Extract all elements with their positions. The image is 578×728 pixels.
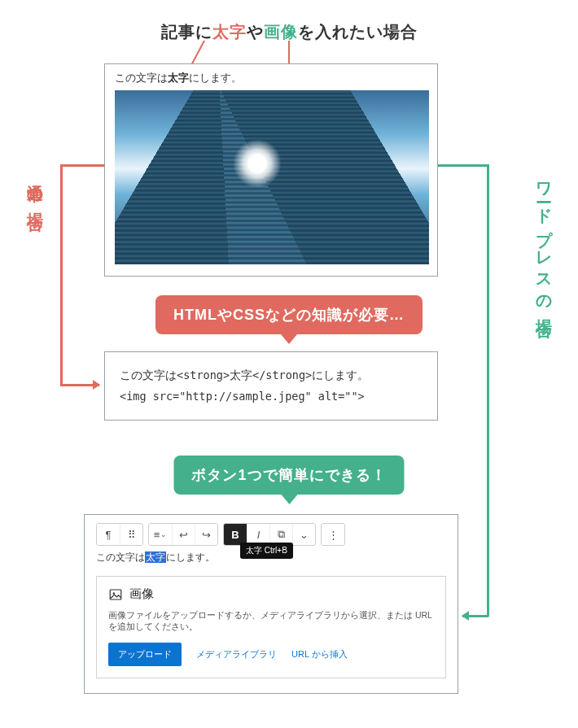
raw-html-panel: この文字は<strong>太字</strong>にします。 <img src="…: [104, 351, 438, 421]
left-route-top-h: [60, 164, 104, 167]
preview-image: [115, 90, 429, 264]
undo-indent-button[interactable]: ↩: [172, 524, 195, 545]
wp-text-before: この文字は: [96, 551, 145, 563]
align-icon: ≡: [154, 529, 160, 541]
wp-text-after: にします。: [166, 551, 215, 563]
callout-html-css: HTMLやCSSなどの知識が必要…: [155, 295, 423, 334]
wp-image-block: 画像 画像ファイルをアップロードするか、メディアライブラリから選択、または UR…: [96, 576, 446, 678]
redo-indent-icon: ↪: [202, 529, 211, 541]
title-tail: を入れたい場合: [298, 23, 418, 41]
right-route-bottom-h: [462, 615, 488, 617]
redo-indent-button[interactable]: ↪: [195, 524, 217, 545]
right-route-top-h: [438, 164, 488, 167]
chevron-down-icon: ⌄: [300, 529, 309, 541]
media-library-link[interactable]: メディアライブラリ: [196, 648, 277, 660]
block-options-button[interactable]: ⋮: [322, 524, 344, 545]
toolbar-group-align: ≡⌄ ↩ ↪: [148, 523, 218, 546]
callout-wordpress: ボタン1つで簡単にできる！: [173, 456, 404, 495]
title-bold-word: 太字: [212, 23, 247, 41]
preview-text-before: この文字は: [115, 72, 168, 84]
title-image-word: 画像: [264, 23, 298, 41]
toolbar-group-block: ¶ ⠿: [96, 523, 143, 546]
sun-glare-icon: [233, 139, 282, 188]
block-type-button[interactable]: ¶: [97, 524, 120, 545]
drag-handle-button[interactable]: ⠿: [120, 524, 142, 545]
wp-image-block-desc: 画像ファイルをアップロードするか、メディアライブラリから選択、または URL を…: [108, 610, 434, 633]
wp-text-selected: 太字: [145, 551, 166, 563]
preview-panel: この文字は太字にします。: [104, 63, 438, 277]
image-icon: [108, 587, 123, 602]
bold-icon: B: [231, 529, 239, 541]
left-side-label: 通常の場合: [24, 171, 46, 206]
preview-text-after: にします。: [189, 72, 242, 84]
title-mid: や: [247, 23, 264, 41]
left-route-v: [60, 164, 63, 386]
right-side-label: ワードプレスの場合: [533, 171, 555, 312]
wp-image-block-header: 画像: [108, 586, 434, 602]
italic-icon: I: [257, 529, 261, 541]
wp-image-actions: アップロード メディアライブラリ URL から挿入: [108, 643, 434, 666]
title-lead: 記事に: [161, 23, 212, 41]
more-format-button[interactable]: ⌄: [292, 524, 315, 545]
toolbar-group-more: ⋮: [321, 523, 345, 546]
insert-from-url-link[interactable]: URL から挿入: [291, 648, 348, 660]
preview-sentence: この文字は太字にします。: [115, 71, 427, 85]
preview-text-bold: 太字: [168, 72, 189, 84]
align-button[interactable]: ≡⌄: [149, 524, 172, 545]
undo-indent-icon: ↩: [179, 529, 188, 541]
kebab-icon: ⋮: [328, 529, 339, 541]
right-route-v: [487, 164, 489, 617]
callout-wordpress-text: ボタン1つで簡単にできる！: [191, 467, 386, 483]
pilcrow-icon: ¶: [106, 529, 112, 541]
bold-tooltip: 太字 Ctrl+B: [240, 543, 293, 559]
code-line-1: この文字は<strong>太字</strong>にします。: [120, 365, 423, 386]
callout-html-css-text: HTMLやCSSなどの知識が必要…: [173, 307, 405, 323]
diagram-title: 記事に太字や画像を入れたい場合: [0, 21, 578, 43]
upload-button[interactable]: アップロード: [108, 643, 182, 666]
code-line-2: <img src="http://sample.jpeg" alt="">: [120, 386, 423, 408]
link-icon: ⧉: [278, 528, 285, 541]
svg-rect-0: [110, 590, 121, 599]
drag-handle-icon: ⠿: [128, 529, 136, 541]
wp-image-block-title: 画像: [129, 586, 154, 602]
wordpress-editor-panel: ¶ ⠿ ≡⌄ ↩ ↪ B I ⧉: [84, 514, 458, 694]
left-route-bottom-h: [60, 384, 99, 386]
